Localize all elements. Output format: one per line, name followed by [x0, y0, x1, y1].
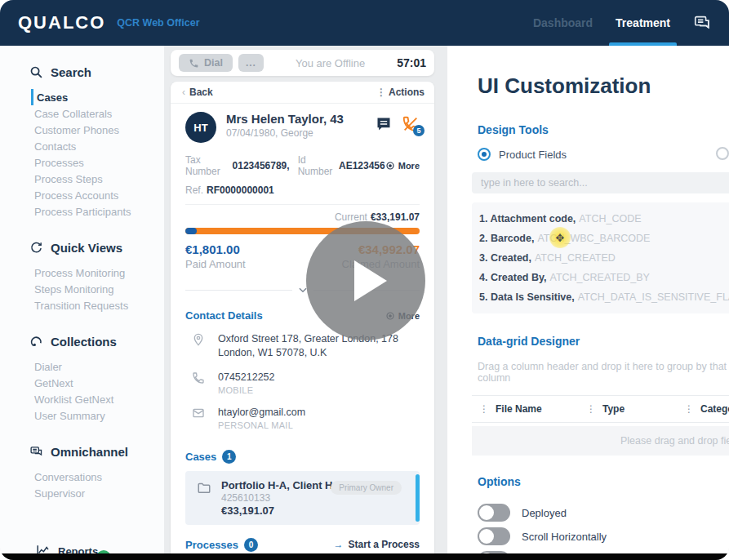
kebab-icon: ⋮ [586, 403, 596, 415]
back-button[interactable]: ‹Back [182, 87, 213, 98]
cases-title: Cases [185, 451, 216, 463]
top-bar: QUALCO QCR Web Officer Dashboard Treatme… [0, 0, 729, 46]
tax-number-label: Tax Number [185, 154, 229, 177]
search-icon [29, 65, 43, 79]
paid-amount-value: €1,801.00 [185, 242, 246, 256]
field-item[interactable]: 4. Created By,ATCH_CREATED_BY [479, 268, 729, 287]
product-fields-list: 1. Attachment code,ATCH_CODE 2. Barcode,… [472, 202, 729, 313]
sidebar-item-process-accounts[interactable]: Process Accounts [31, 187, 164, 203]
folder-icon [197, 481, 211, 496]
options-title: Options [478, 475, 729, 488]
actions-button[interactable]: ⋮Actions [376, 87, 425, 98]
sidebar-reports[interactable]: Reports 1 [36, 544, 164, 553]
paid-progress-segment [185, 228, 197, 234]
start-process-button[interactable]: → Start a Process [334, 539, 420, 550]
nav-treatment[interactable]: Treatment [616, 0, 670, 46]
sidebar-item-process-steps[interactable]: Process Steps [31, 171, 164, 187]
ui-customization-panel: UI Customization Design Tools Product Fi… [447, 46, 729, 553]
top-nav: Dashboard Treatment [533, 0, 711, 46]
group-by-hint: Drag a column header and drop it here to… [478, 361, 729, 384]
reports-chart-icon [36, 544, 51, 553]
datagrid-header-row: ⋮File Name ⋮Type ⋮Category [472, 395, 729, 423]
processes-title: Processes [185, 539, 238, 551]
sidebar-item-transition-requests[interactable]: Transition Requests [31, 297, 164, 313]
omnichannel-icon [29, 445, 43, 459]
video-letterbox-bar [0, 553, 729, 560]
column-file-name[interactable]: ⋮File Name [479, 403, 586, 415]
phone-number: 0745212252 [218, 371, 275, 384]
case-list-item[interactable]: Portfolio H-A, Client H 425610133 €33,19… [185, 471, 420, 525]
sidebar-item-process-monitoring[interactable]: Process Monitoring [31, 264, 164, 281]
sidebar-item-processes[interactable]: Processes [31, 154, 164, 171]
message-icon[interactable] [376, 116, 392, 132]
current-value: €33,191.07 [371, 211, 420, 223]
field-search [472, 172, 729, 193]
dial-button[interactable]: Dial [179, 54, 233, 72]
sidebar-item-process-participants[interactable]: Process Participants [31, 203, 164, 220]
id-number-label: Id Number [298, 154, 336, 177]
video-play-button[interactable] [306, 221, 425, 340]
product-fields-radio[interactable] [478, 148, 491, 161]
paid-amount-label: Paid Amount [185, 258, 246, 270]
customer-more-button[interactable]: More [385, 161, 420, 171]
sidebar-item-cases[interactable]: Cases [31, 89, 164, 105]
sidebar-item-case-collaterals[interactable]: Case Collaterals [31, 105, 164, 122]
ref-value: RF0000000001 [207, 184, 274, 196]
do-not-call-icon[interactable]: 5 [402, 115, 420, 133]
email-address: htaylor@gmail.com [218, 406, 305, 420]
nav-dashboard[interactable]: Dashboard [533, 0, 593, 46]
sidebar-item-steps-monitoring[interactable]: Steps Monitoring [31, 281, 164, 297]
session-timer: 57:01 [397, 56, 426, 69]
phone-item: 0745212252 MOBILE [185, 371, 420, 395]
sidebar-section-quick-views: Quick Views Process Monitoring Steps Mon… [29, 241, 164, 313]
tax-number-value: 0123456789, [233, 160, 290, 171]
field-item[interactable]: 2. Barcode,ATCH_WBC_BARCODE ✥ [479, 229, 729, 248]
sidebar-item-contacts[interactable]: Contacts [31, 138, 164, 154]
column-category[interactable]: ⋮Category [684, 403, 729, 415]
case-name: Portfolio H-A, Client H [221, 479, 333, 491]
avatar: HT [185, 112, 216, 143]
cases-count-badge: 1 [222, 450, 236, 464]
primary-owner-badge: Primary Owner [331, 481, 402, 495]
scroll-horizontally-label: Scroll Horizontally [522, 531, 607, 543]
arrow-right-icon: → [334, 539, 344, 550]
secondary-radio[interactable] [716, 147, 729, 160]
sidebar-section-omnichannel: Omnichannel Conversations Supervisor [29, 445, 164, 501]
phone-type: MOBILE [218, 385, 275, 395]
sidebar-item-supervisor[interactable]: Supervisor [31, 485, 164, 501]
column-type[interactable]: ⋮Type [586, 403, 684, 415]
id-number-value: AE123456 [339, 160, 385, 171]
customer-subtitle: 07/04/1980, George [226, 127, 344, 139]
missed-calls-badge: 5 [413, 125, 425, 136]
sidebar-item-user-summary[interactable]: User Summary [31, 407, 164, 424]
play-icon [354, 260, 387, 301]
sidebar-section-collections: Collections Dialer GetNext Worklist GetN… [29, 335, 164, 424]
sidebar-item-dialer[interactable]: Dialer [31, 358, 164, 375]
field-search-input[interactable] [479, 176, 729, 189]
contact-details-title: Contact Details [185, 309, 263, 322]
reports-label: Reports [58, 545, 98, 554]
ref-label: Ref. [185, 184, 203, 196]
case-number: 425610133 [221, 492, 333, 504]
case-accent-bar [416, 474, 420, 522]
sidebar-item-getnext[interactable]: GetNext [31, 375, 164, 391]
sidebar-item-worklist-getnext[interactable]: Worklist GetNext [31, 391, 164, 407]
sidebar-item-conversations[interactable]: Conversations [31, 469, 164, 485]
sidebar-collections-title: Collections [51, 335, 117, 349]
datagrid-drop-zone[interactable]: Please drag and drop fields here [472, 426, 729, 456]
deployed-toggle[interactable] [478, 504, 510, 522]
sidebar-section-search: Search Cases Case Collaterals Customer P… [29, 65, 164, 220]
datagrid-designer-title: Data-grid Designer [478, 335, 729, 348]
quick-views-icon [29, 241, 43, 255]
agent-status: You are Offline [264, 57, 397, 69]
chat-icon[interactable] [693, 14, 711, 32]
eye-icon [385, 161, 395, 171]
scroll-horizontally-toggle[interactable] [478, 527, 510, 545]
field-item[interactable]: 3. Created,ATCH_CREATED [479, 248, 729, 268]
sidebar-item-customer-phones[interactable]: Customer Phones [31, 122, 164, 138]
field-item[interactable]: 5. Data Is Sensitive,ATCH_DATA_IS_SENSIT… [479, 287, 729, 307]
dial-more-button[interactable]: ... [238, 54, 264, 72]
phone-icon [192, 371, 207, 386]
field-item[interactable]: 1. Attachment code,ATCH_CODE [479, 209, 729, 229]
product-fields-label: Product Fields [499, 149, 567, 161]
